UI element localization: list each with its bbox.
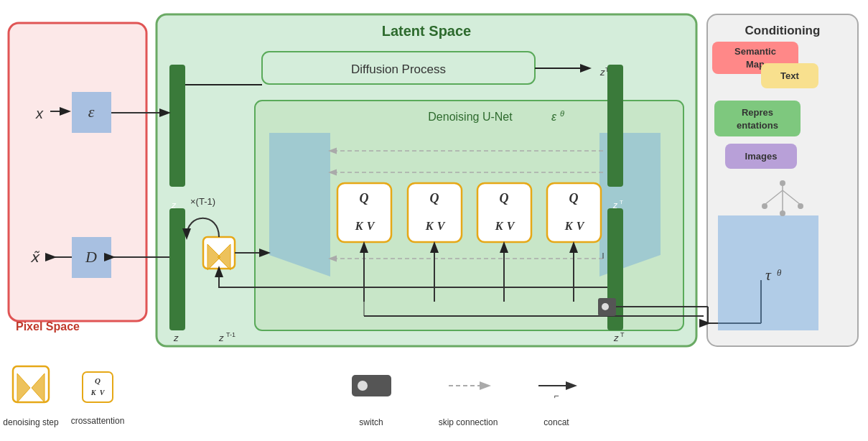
svg-text:V: V bbox=[100, 389, 106, 396]
svg-text:denoising step: denoising step bbox=[3, 417, 59, 427]
svg-text:Q: Q bbox=[430, 191, 439, 205]
svg-text:entations: entations bbox=[737, 120, 778, 131]
svg-text:V: V bbox=[437, 220, 446, 232]
svg-rect-48 bbox=[337, 183, 391, 242]
svg-point-94 bbox=[780, 180, 785, 186]
svg-text:ε: ε bbox=[551, 111, 557, 123]
svg-rect-1 bbox=[157, 14, 696, 346]
svg-text:K: K bbox=[355, 220, 364, 232]
svg-rect-71 bbox=[598, 298, 616, 316]
svg-text:θ: θ bbox=[777, 267, 782, 278]
svg-text:Pixel Space: Pixel Space bbox=[16, 320, 80, 333]
svg-rect-3 bbox=[707, 14, 858, 346]
svg-text:z: z bbox=[612, 200, 618, 210]
svg-text:switch: switch bbox=[359, 417, 383, 427]
svg-text:T: T bbox=[605, 66, 610, 73]
svg-text:x: x bbox=[35, 106, 44, 121]
svg-text:Text: Text bbox=[780, 70, 799, 81]
svg-rect-11 bbox=[255, 101, 683, 330]
svg-rect-0 bbox=[9, 23, 146, 321]
svg-point-97 bbox=[780, 210, 785, 216]
svg-text:z: z bbox=[218, 333, 224, 343]
svg-point-108 bbox=[358, 381, 368, 391]
svg-marker-40 bbox=[218, 244, 230, 270]
svg-marker-30 bbox=[72, 92, 111, 133]
svg-text:Diffusion Process: Diffusion Process bbox=[351, 62, 446, 76]
svg-text:×(T-1): ×(T-1) bbox=[190, 196, 215, 207]
svg-text:K: K bbox=[564, 220, 574, 232]
svg-text:ε: ε bbox=[88, 103, 95, 121]
svg-text:Repres: Repres bbox=[742, 107, 773, 118]
svg-rect-107 bbox=[352, 375, 391, 396]
svg-rect-81 bbox=[761, 63, 818, 88]
svg-text:z: z bbox=[173, 333, 179, 343]
main-diagram: Latent Space Conditioning Diffusion Proc… bbox=[0, 0, 868, 441]
svg-rect-20 bbox=[169, 65, 185, 187]
svg-text:τ: τ bbox=[765, 266, 772, 284]
svg-point-96 bbox=[798, 203, 803, 209]
svg-text:K: K bbox=[495, 220, 504, 232]
svg-point-72 bbox=[602, 303, 609, 310]
svg-text:z: z bbox=[171, 200, 177, 210]
svg-text:skip connection: skip connection bbox=[439, 417, 498, 427]
svg-text:T-1: T-1 bbox=[226, 331, 235, 338]
svg-text:crossattention: crossattention bbox=[71, 416, 125, 426]
svg-text:Q: Q bbox=[569, 191, 579, 205]
svg-line-92 bbox=[765, 190, 783, 205]
svg-marker-16 bbox=[599, 133, 661, 277]
svg-marker-99 bbox=[17, 373, 30, 402]
svg-rect-23 bbox=[607, 208, 623, 330]
svg-rect-5 bbox=[262, 52, 535, 84]
svg-rect-60 bbox=[547, 183, 601, 242]
svg-text:Map: Map bbox=[746, 59, 765, 70]
svg-text:K: K bbox=[425, 220, 434, 232]
svg-text:K: K bbox=[90, 389, 97, 396]
svg-marker-88 bbox=[718, 215, 818, 330]
svg-rect-98 bbox=[13, 366, 49, 402]
svg-marker-39 bbox=[207, 244, 220, 270]
svg-rect-78 bbox=[712, 42, 798, 74]
svg-text:T: T bbox=[620, 331, 625, 338]
svg-rect-83 bbox=[714, 101, 801, 136]
svg-rect-56 bbox=[477, 183, 531, 242]
svg-rect-52 bbox=[408, 183, 462, 242]
diagram-svg: Latent Space Conditioning Diffusion Proc… bbox=[0, 0, 868, 441]
svg-text:V: V bbox=[507, 220, 515, 232]
svg-text:x̃: x̃ bbox=[30, 249, 40, 265]
svg-text:D: D bbox=[85, 248, 97, 266]
svg-marker-15 bbox=[269, 133, 330, 277]
svg-text:z: z bbox=[613, 333, 619, 343]
svg-text:Semantic: Semantic bbox=[734, 46, 776, 57]
svg-rect-21 bbox=[169, 208, 185, 330]
svg-text:concat: concat bbox=[543, 417, 569, 427]
svg-rect-102 bbox=[83, 372, 113, 402]
svg-rect-22 bbox=[607, 65, 623, 187]
svg-text:θ: θ bbox=[560, 109, 564, 118]
svg-text:Images: Images bbox=[745, 151, 778, 162]
svg-text:T: T bbox=[620, 199, 623, 205]
svg-text:⌐: ⌐ bbox=[554, 391, 559, 401]
svg-text:Conditioning: Conditioning bbox=[745, 24, 821, 37]
svg-text:Q: Q bbox=[95, 376, 101, 385]
svg-text:V: V bbox=[577, 220, 585, 232]
svg-rect-38 bbox=[203, 237, 235, 269]
svg-point-95 bbox=[762, 203, 767, 209]
svg-marker-100 bbox=[32, 373, 45, 402]
svg-text:z: z bbox=[179, 116, 185, 128]
svg-rect-86 bbox=[725, 144, 797, 169]
svg-text:Q: Q bbox=[360, 191, 369, 205]
svg-marker-33 bbox=[72, 237, 111, 278]
svg-text:Q: Q bbox=[500, 191, 509, 205]
svg-line-93 bbox=[783, 190, 801, 205]
svg-text:z: z bbox=[599, 67, 605, 78]
svg-text:Denoising U-Net: Denoising U-Net bbox=[428, 111, 513, 123]
svg-text:V: V bbox=[367, 220, 375, 232]
svg-text:Latent Space: Latent Space bbox=[382, 23, 471, 39]
